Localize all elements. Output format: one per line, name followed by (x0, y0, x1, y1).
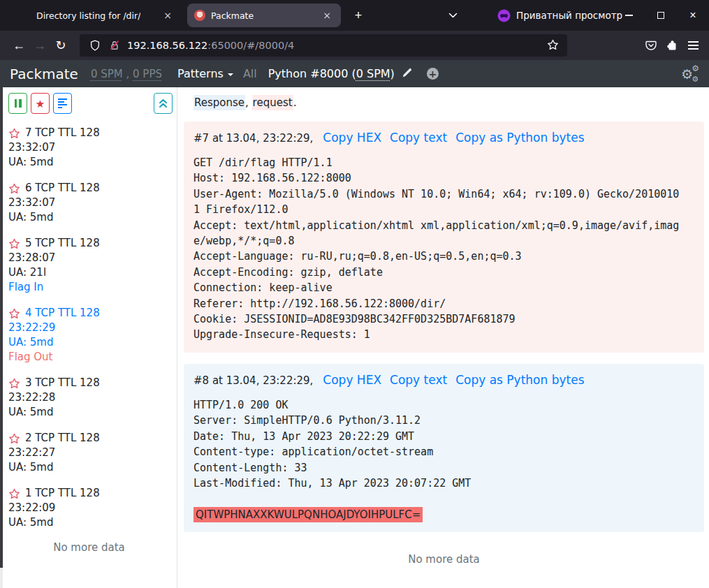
tab-packmate[interactable]: Packmate × (187, 3, 341, 27)
packet-item-5[interactable]: 5 TCP TTL 128 23:28:07 UA: 21l Flag In (8, 236, 170, 295)
packet-title: 5 TCP TTL 128 (25, 236, 100, 251)
packet-time: 23:32:07 (8, 140, 170, 155)
packet-flag-out: Flag Out (8, 350, 170, 365)
pocket-button[interactable] (641, 35, 662, 56)
packet-list: 7 TCP TTL 128 23:32:07 UA: 5md 6 TCP TTL… (6, 114, 177, 554)
favorite-star-icon[interactable] (8, 433, 20, 444)
window-minimize-button[interactable] (613, 0, 645, 31)
forward-button[interactable]: → (29, 35, 50, 56)
browser-navbar: ← → ↻ 192.168.56.122:65000/#/8000/4 (0, 31, 709, 60)
copy-text-link[interactable]: Copy text (390, 130, 447, 146)
sidebar-toolbar: ★ (6, 87, 177, 114)
app-brand[interactable]: Packmate (10, 66, 78, 82)
flag-match-highlight: QITWPHNAXXKWULPQNHOAJDYOIHPULFC= (193, 507, 423, 522)
packet-ua: UA: 5md (8, 210, 170, 225)
filter-all-tab[interactable]: All (243, 67, 257, 80)
align-lines-icon (58, 98, 67, 108)
pause-capture-button[interactable] (8, 93, 27, 114)
tab-close-icon[interactable]: × (161, 8, 175, 22)
packet-body: HTTP/1.0 200 OK Server: SimpleHTTP/0.6 P… (193, 397, 685, 522)
packet-card-header: #7 at 13.04, 23:22:29, Copy HEX Copy tex… (193, 130, 694, 147)
packet-item-7[interactable]: 7 TCP TTL 128 23:32:07 UA: 5md (8, 126, 170, 170)
back-button[interactable]: ← (8, 35, 29, 56)
navbar-right-icons (641, 35, 703, 56)
extensions-button[interactable] (662, 35, 682, 56)
spm-stat: 0 SPM (91, 68, 123, 80)
legend: Response, request. (184, 96, 704, 110)
settings-button[interactable]: ⚙ ⚙ ⚙ (681, 66, 699, 82)
packet-detail-pane: Response, request. #7 at 13.04, 23:22:29… (177, 87, 709, 588)
packet-time: 23:22:09 (8, 501, 170, 515)
copy-hex-link[interactable]: Copy HEX (323, 130, 381, 146)
packet-item-6[interactable]: 6 TCP TTL 128 23:32:07 UA: 5md (8, 181, 170, 225)
edit-capture-button[interactable] (402, 67, 413, 81)
packet-time: 23:22:28 (8, 390, 170, 405)
list-all-tabs-button[interactable] (448, 10, 458, 20)
insecure-lock-icon[interactable] (109, 40, 120, 51)
gear-icon: ⚙ (692, 64, 699, 73)
legend-request: request (252, 95, 293, 110)
window-controls: × (613, 0, 709, 31)
scrollbar-thumb[interactable] (0, 87, 3, 568)
copy-text-link[interactable]: Copy text (390, 372, 447, 388)
tab-title: Directory listing for /dir/ (36, 10, 140, 21)
copy-python-bytes-link[interactable]: Copy as Python bytes (455, 130, 584, 146)
packet-title: 2 TCP TTL 128 (25, 431, 100, 446)
reload-button[interactable]: ↻ (50, 35, 71, 56)
private-browsing-label: Приватный просмотр (516, 10, 622, 21)
tab-bar: Directory listing for /dir/ × Packmate ×… (0, 0, 709, 31)
packet-id: #7 at 13.04, 23:22:29, (193, 131, 313, 147)
scroll-to-top-button[interactable] (154, 93, 173, 114)
packet-ua: UA: 5md (8, 155, 170, 170)
packet-title: 7 TCP TTL 128 (25, 126, 100, 140)
packet-body: GET /dir/flag HTTP/1.1 Host: 192.168.56.… (193, 155, 685, 343)
packet-card-8: #8 at 13.04, 23:22:29, Copy HEX Copy tex… (184, 364, 704, 532)
copy-hex-link[interactable]: Copy HEX (323, 372, 381, 388)
packet-flag-in: Flag In (8, 280, 170, 295)
favorite-star-icon[interactable] (8, 488, 20, 499)
url-bar[interactable]: 192.168.56.122:65000/#/8000/4 (80, 34, 567, 57)
packet-time: 23:32:07 (8, 196, 170, 210)
copy-python-bytes-link[interactable]: Copy as Python bytes (455, 372, 584, 388)
pocket-icon (645, 39, 657, 52)
new-tab-button[interactable]: + (348, 5, 369, 26)
packet-item-3[interactable]: 3 TCP TTL 128 23:22:28 UA: 5md (8, 376, 170, 420)
bookmark-star-icon[interactable] (547, 39, 559, 53)
pause-icon (15, 99, 22, 108)
favorite-star-icon[interactable] (8, 308, 20, 319)
gear-icon: ⚙ (692, 75, 699, 84)
packet-id: #8 at 13.04, 23:22:29, (193, 373, 313, 389)
favorite-star-icon[interactable] (8, 238, 20, 249)
favorites-filter-button[interactable]: ★ (31, 93, 50, 114)
packet-ua: UA: 5md (8, 460, 170, 475)
packet-title: 6 TCP TTL 128 (25, 181, 100, 196)
packet-item-4-selected[interactable]: 4 TCP TTL 128 23:22:29 UA: 5md Flag Out (8, 306, 170, 365)
favorite-star-icon[interactable] (8, 183, 20, 194)
tab-close-icon[interactable]: × (320, 8, 334, 22)
add-capture-button[interactable]: + (427, 68, 439, 80)
packet-ua: UA: 5md (8, 515, 170, 530)
packet-item-2[interactable]: 2 TCP TTL 128 23:22:27 UA: 5md (8, 431, 170, 475)
window-close-button[interactable]: × (677, 0, 709, 31)
packmate-header: Packmate 0 SPM , 0 PPS Patterns All Pyth… (0, 60, 709, 87)
window-maximize-button[interactable] (645, 0, 677, 31)
puzzle-icon (666, 39, 678, 52)
packet-ua: UA: 5md (8, 405, 170, 420)
patterns-dropdown[interactable]: Patterns (177, 67, 233, 80)
packet-time: 23:28:07 (8, 251, 170, 265)
menu-button[interactable] (682, 35, 703, 56)
capture-tab-python-8000[interactable]: Python #8000 (0 SPM) (268, 67, 395, 80)
patterns-filter-button[interactable] (53, 93, 72, 114)
private-mask-icon (497, 9, 511, 22)
tab-directory-listing[interactable]: Directory listing for /dir/ × (20, 3, 182, 27)
packet-card-header: #8 at 13.04, 23:22:29, Copy HEX Copy tex… (193, 372, 694, 389)
packet-time: 23:22:29 (8, 321, 170, 335)
app-body: ★ 7 TCP TTL 128 23:32:07 UA: 5md (0, 87, 709, 588)
legend-response: Response (193, 95, 245, 110)
sidebar-scrollbar[interactable] (0, 87, 3, 588)
favorite-star-icon[interactable] (8, 378, 20, 389)
tracking-shield-icon[interactable] (89, 40, 101, 51)
minimize-icon (625, 15, 633, 16)
favorite-star-icon[interactable] (8, 128, 20, 139)
packet-item-1[interactable]: 1 TCP TTL 128 23:22:09 UA: 5md (8, 486, 170, 530)
